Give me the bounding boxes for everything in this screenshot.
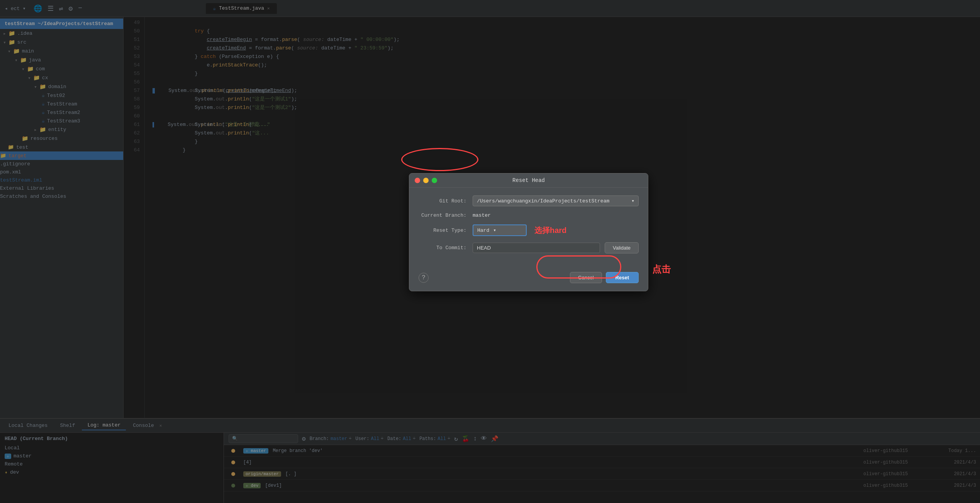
modal-action-buttons: Cancel Reset (570, 272, 639, 283)
chevron-down-icon: ▾ (493, 227, 496, 233)
cancel-button[interactable]: Cancel (570, 272, 602, 283)
reset-type-label: Reset Type: (419, 228, 473, 233)
reset-type-dropdown[interactable]: Hard ▾ (473, 224, 527, 236)
to-commit-label: To Commit: (419, 245, 473, 251)
current-branch-label: Current Branch: (419, 212, 473, 218)
reset-head-modal: Reset Head Git Root: /Users/wangchuangxi… (409, 173, 648, 291)
modal-body: Git Root: /Users/wangchuangxin/IdeaProje… (409, 188, 648, 267)
modal-maximize-button[interactable] (432, 178, 437, 183)
git-root-row: Git Root: /Users/wangchuangxin/IdeaProje… (419, 195, 639, 206)
reset-type-row: Reset Type: Hard ▾ 选择hard (419, 224, 639, 236)
modal-overlay[interactable]: Reset Head Git Root: /Users/wangchuangxi… (0, 0, 980, 503)
modal-minimize-button[interactable] (423, 178, 429, 183)
annotation-hard: 选择hard (534, 225, 566, 236)
modal-close-button[interactable] (415, 178, 420, 183)
current-branch-row: Current Branch: master (419, 212, 639, 218)
help-button[interactable]: ? (419, 273, 429, 283)
chevron-down-icon: ▾ (631, 198, 634, 204)
modal-traffic-lights (415, 178, 437, 183)
current-branch-value: master (473, 212, 639, 218)
to-commit-input[interactable] (473, 243, 600, 253)
modal-footer: ? Cancel Reset (409, 267, 648, 291)
git-root-label: Git Root: (419, 198, 473, 204)
git-root-dropdown[interactable]: /Users/wangchuangxin/IdeaProjects/testSt… (473, 195, 639, 206)
modal-title: Reset Head (512, 177, 545, 184)
to-commit-row: To Commit: Validate (419, 242, 639, 253)
annotation-click: 点击 (652, 263, 671, 275)
reset-button[interactable]: Reset (606, 272, 639, 283)
circle-hard-annotation (401, 148, 478, 171)
modal-titlebar: Reset Head (409, 173, 648, 188)
validate-button[interactable]: Validate (605, 242, 639, 253)
